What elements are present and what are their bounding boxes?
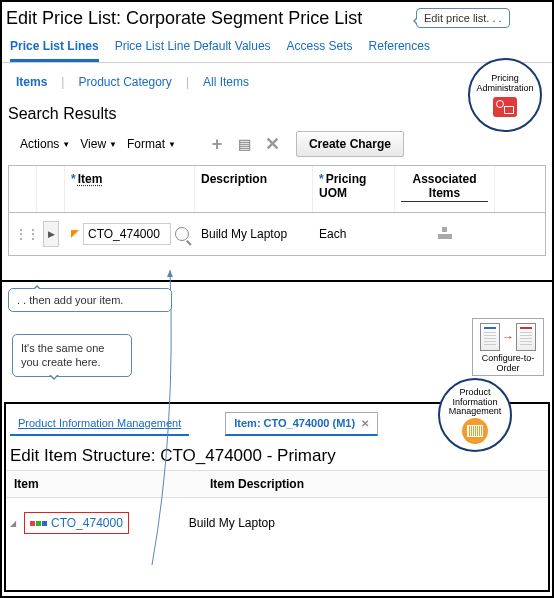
close-icon[interactable]: ✕ (361, 418, 369, 429)
badge-pim-label: Product Information Management (440, 388, 510, 418)
col-item-description[interactable]: Item Description (202, 471, 548, 497)
subtab-items[interactable]: Items (10, 73, 53, 91)
items-table: *Item Description *Pricing UOM Associate… (8, 165, 546, 256)
create-charge-button[interactable]: Create Charge (296, 131, 404, 157)
callout-same-item: It's the same one you create here. (12, 334, 132, 377)
expand-row-button[interactable]: ▶ (43, 221, 59, 247)
item-input[interactable] (83, 223, 171, 245)
divider: | (61, 75, 64, 89)
table-toolbar: Actions▼ View▼ Format▼ + ▤ ✕ Create Char… (2, 127, 552, 165)
structure-table-header: Item Item Description (6, 470, 548, 498)
callout-edit-price-list: Edit price list. . . (416, 8, 510, 28)
detach-icon[interactable]: ▤ (236, 135, 254, 153)
col-item[interactable]: *Item (65, 166, 195, 212)
actions-menu[interactable]: Actions▼ (20, 137, 70, 151)
col-associated-items[interactable]: Associated Items (395, 166, 495, 212)
format-menu[interactable]: Format▼ (127, 137, 176, 151)
tab-access-sets[interactable]: Access Sets (287, 35, 353, 62)
highlighted-item: CTO_474000 (24, 512, 129, 534)
doc-icon (480, 323, 500, 351)
col-description[interactable]: Description (195, 166, 313, 212)
search-icon[interactable] (175, 227, 189, 241)
barcode-icon (462, 420, 488, 442)
configure-to-order-chip: → Configure-to-Order (472, 318, 544, 376)
badge-pricing-label: Pricing Administration (470, 73, 540, 93)
associated-items-icon[interactable] (395, 218, 495, 250)
doc-icon (516, 323, 536, 351)
main-tabs: Price List Lines Price List Line Default… (2, 33, 552, 63)
cell-description: Build My Laptop (195, 219, 313, 249)
item-link[interactable]: CTO_474000 (51, 516, 123, 530)
structure-icon (30, 521, 47, 526)
tab-default-values[interactable]: Price List Line Default Values (115, 35, 271, 62)
pricing-icon (492, 96, 518, 118)
col-pricing-uom[interactable]: *Pricing UOM (313, 166, 395, 212)
divider: | (186, 75, 189, 89)
badge-pricing-admin: Pricing Administration (468, 58, 542, 132)
subtab-all-items[interactable]: All Items (197, 73, 255, 91)
structure-row: ◢ CTO_474000 Build My Laptop (6, 498, 548, 540)
arrow-right-icon: → (502, 330, 514, 344)
col-item[interactable]: Item (6, 471, 202, 497)
caret-down-icon: ▼ (109, 140, 117, 149)
tab-pim[interactable]: Product Information Management (10, 413, 189, 436)
callout-add-item: . . then add your item. (8, 288, 172, 312)
cell-item-description: Build My Laptop (189, 516, 275, 530)
delete-icon[interactable]: ✕ (264, 135, 282, 153)
add-icon[interactable]: + (208, 135, 226, 153)
tab-references[interactable]: References (369, 35, 430, 62)
badge-pim: Product Information Management (438, 378, 512, 452)
cto-label: Configure-to-Order (475, 353, 541, 373)
view-menu[interactable]: View▼ (80, 137, 117, 151)
collapse-icon[interactable]: ◢ (10, 519, 16, 528)
caret-down-icon: ▼ (168, 140, 176, 149)
subtab-product-category[interactable]: Product Category (72, 73, 177, 91)
status-flag-icon (71, 230, 79, 238)
cell-uom: Each (313, 219, 395, 249)
row-handle-icon[interactable]: ⋮⋮ (9, 219, 37, 249)
tab-item[interactable]: Item: CTO_474000 (M1) ✕ (225, 412, 378, 436)
tab-price-list-lines[interactable]: Price List Lines (10, 35, 99, 62)
caret-down-icon: ▼ (62, 140, 70, 149)
table-row: ⋮⋮ ▶ Build My Laptop Each (9, 213, 545, 255)
table-header: *Item Description *Pricing UOM Associate… (9, 166, 545, 213)
